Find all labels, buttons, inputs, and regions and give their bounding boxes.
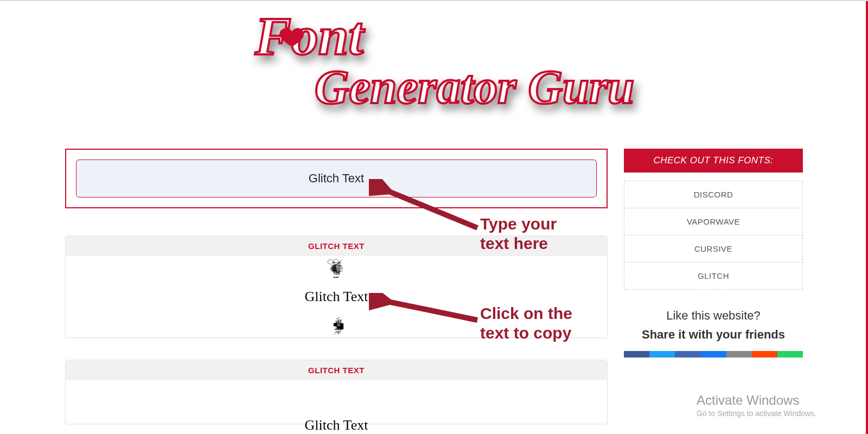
share-box: Like this website? Share it with your fr… xyxy=(624,309,803,358)
social-buttons-row xyxy=(624,351,803,358)
glitch-output: Glitch Text xyxy=(305,289,368,305)
share-heading-2: Share it with your friends xyxy=(624,327,803,343)
social-share-button[interactable] xyxy=(649,351,675,358)
glitch-decoration-icon: ̨̛ ̧̕ ̢͘├̶͟╟̵͞╢̷▀̴͠▄̸͜█┴̶͢┬̵͝┼͏ ̸ ̵ ̶ ̷ xyxy=(292,318,384,334)
right-accent-border xyxy=(866,1,868,434)
result-body[interactable]: Glitch Text xyxy=(66,380,607,424)
input-container xyxy=(65,149,608,208)
site-logo: Font Generator Guru xyxy=(222,5,646,130)
result-header: GLITCH TEXT xyxy=(66,236,607,256)
result-body[interactable]: Glitch Text ҈ ̴ ͢ ҉ ̷ ̸─͟͞═̶͢│̵͠┤̴╬̷͘▓̸͜… xyxy=(66,256,607,337)
share-heading-1: Like this website? xyxy=(624,309,803,323)
sidebar: CHECK OUT THIS FONTS: DISCORD VAPORWAVE … xyxy=(624,149,803,434)
social-share-button[interactable] xyxy=(624,351,649,358)
font-link-vaporwave[interactable]: VAPORWAVE xyxy=(624,208,802,235)
font-link-glitch[interactable]: GLITCH xyxy=(624,263,802,289)
text-input[interactable] xyxy=(76,159,597,197)
font-link-cursive[interactable]: CURSIVE xyxy=(624,235,802,263)
top-divider xyxy=(0,0,868,1)
social-share-button[interactable] xyxy=(752,351,777,358)
font-links-list: DISCORD VAPORWAVE CURSIVE GLITCH xyxy=(624,181,803,290)
social-share-button[interactable] xyxy=(675,351,700,358)
windows-watermark: Activate Windows Go to Settings to activ… xyxy=(697,393,816,418)
sidebar-title: CHECK OUT THIS FONTS: xyxy=(624,149,803,173)
watermark-title: Activate Windows xyxy=(697,393,816,408)
svg-text:Generator Guru: Generator Guru xyxy=(315,61,634,113)
result-card: GLITCH TEXT Glitch Text ҈ ̴ ͢ ҉ ̷ ̸─͟͞═̶… xyxy=(65,235,608,338)
social-share-button[interactable] xyxy=(726,351,752,358)
social-share-button[interactable] xyxy=(700,351,726,358)
social-share-button[interactable] xyxy=(777,351,803,358)
result-header: GLITCH TEXT xyxy=(66,360,607,380)
font-link-discord[interactable]: DISCORD xyxy=(624,181,802,208)
glitch-decoration-icon: ҈ ̴ ͢ ҉ ̷ ̸─͟͞═̶͢│̵͠┤̴╬̷͘▓̸͜░̴͞▒╣̶͠┼̵͟╠̷… xyxy=(290,260,382,277)
glitch-output: Glitch Text xyxy=(305,417,368,433)
logo-area: Font Generator Guru xyxy=(0,0,868,149)
main-column: GLITCH TEXT Glitch Text ҈ ̴ ͢ ҉ ̷ ̸─͟͞═̶… xyxy=(65,149,608,434)
watermark-subtitle: Go to Settings to activate Windows. xyxy=(697,409,816,418)
svg-text:Font: Font xyxy=(254,6,365,66)
result-card: GLITCH TEXT Glitch Text xyxy=(65,360,608,424)
